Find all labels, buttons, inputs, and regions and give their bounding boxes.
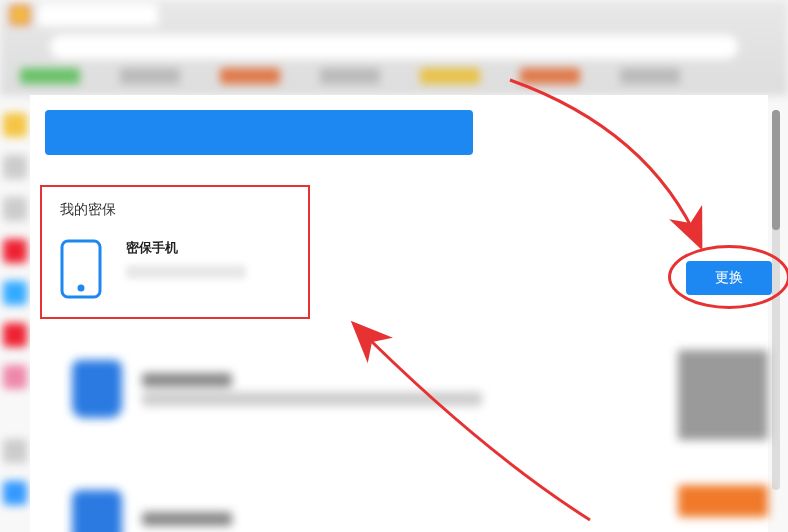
shield-icon [72,490,122,532]
page-content: 我的密保 密保手机 更换 [30,95,768,532]
blurred-action-button [678,485,768,517]
bookmarks-bar [0,64,788,94]
scrollbar[interactable] [772,110,780,490]
blurred-item-2 [72,490,232,532]
browser-tab[interactable] [38,4,158,26]
svg-point-1 [78,285,85,292]
security-section: 我的密保 密保手机 [40,185,310,319]
header-banner [45,110,473,155]
change-button[interactable]: 更换 [686,261,772,295]
blurred-qr-box [678,350,768,440]
address-bar[interactable] [50,35,738,59]
blurred-item-1 [72,360,482,418]
shield-icon [72,360,122,418]
security-phone-number-blurred [126,265,246,279]
phone-icon [60,239,102,303]
left-sidebar [0,95,30,532]
browser-chrome [0,0,788,95]
section-title: 我的密保 [60,201,290,219]
security-phone-label: 密保手机 [126,239,246,257]
profile-avatar [10,5,30,25]
